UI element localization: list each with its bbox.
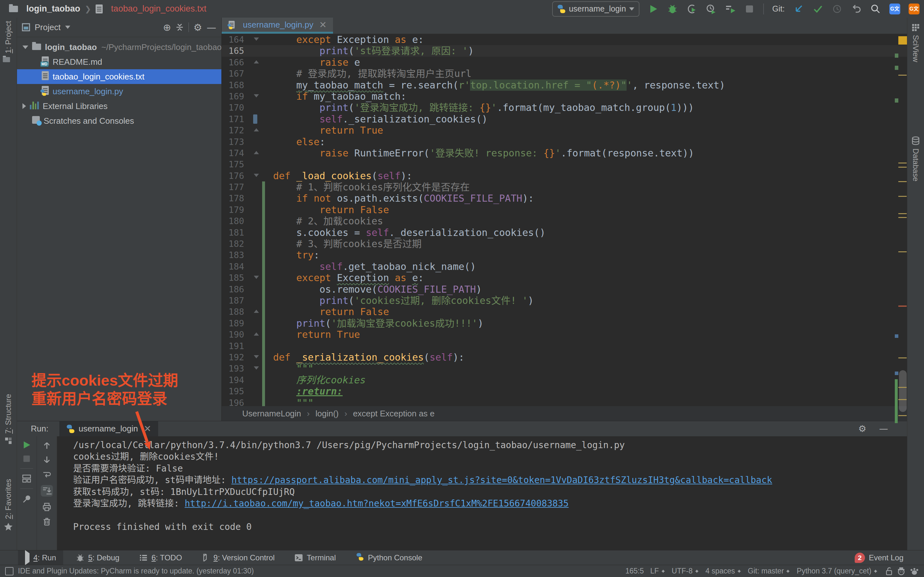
code-line[interactable]: 195 :return: xyxy=(222,386,907,397)
code-line[interactable]: 192 def _serialization_cookies(self): xyxy=(222,351,907,363)
rollback-button[interactable] xyxy=(851,3,862,15)
status-item-python-3-7-query-cet-[interactable]: Python 3.7 (query_cet) xyxy=(793,567,881,575)
code-line[interactable]: 174 raise RuntimeError('登录失败! response: … xyxy=(222,147,907,159)
settings-gear-icon[interactable]: ⚙ xyxy=(858,424,866,434)
line-number[interactable]: 196 xyxy=(222,397,244,406)
line-number[interactable]: 182 xyxy=(222,238,244,250)
run-with-options-button[interactable] xyxy=(725,3,736,15)
debug-button[interactable] xyxy=(667,3,678,15)
git-commit-button[interactable] xyxy=(813,3,823,15)
locate-file-icon[interactable]: ⊕ xyxy=(163,22,171,33)
code-line[interactable]: 183 try: xyxy=(222,250,907,261)
status-item-165-5[interactable]: 165:5 xyxy=(622,567,647,575)
code-line[interactable]: 173 else: xyxy=(222,136,907,147)
line-number[interactable]: 168 xyxy=(222,79,244,91)
code-line[interactable]: 180 # 2、加载cookies xyxy=(222,215,907,227)
code-line[interactable]: 186 os.remove(COOKIES_FILE_PATH) xyxy=(222,284,907,295)
line-number[interactable]: 174 xyxy=(222,147,244,159)
run-configuration-select[interactable]: username_login xyxy=(552,1,640,17)
line-number[interactable]: 166 xyxy=(222,57,244,68)
scroll-to-end-button[interactable] xyxy=(41,485,53,496)
line-number[interactable]: 171 xyxy=(222,113,244,125)
tree-item-readme-md[interactable]: MDREADME.md xyxy=(17,55,221,69)
unlock-icon[interactable] xyxy=(885,567,893,575)
line-number[interactable]: 194 xyxy=(222,374,244,386)
collapse-all-icon[interactable] xyxy=(176,23,184,31)
down-stack-trace-button[interactable] xyxy=(42,456,51,464)
paw-plugin-icon[interactable] xyxy=(910,567,919,575)
line-number[interactable]: 195 xyxy=(222,386,244,397)
coverage-button[interactable] xyxy=(686,3,697,15)
toolwindow-sciview-button[interactable]: SciView xyxy=(907,23,924,62)
line-number[interactable]: 170 xyxy=(222,102,244,113)
code-line[interactable]: 168 my_taobao_match = re.search(r'top.lo… xyxy=(222,79,907,91)
line-number[interactable]: 169 xyxy=(222,91,244,102)
error-stripe[interactable] xyxy=(889,18,907,406)
code-line[interactable]: 178 if not os.path.exists(COOKIES_FILE_P… xyxy=(222,193,907,204)
code-line[interactable]: 193 """ xyxy=(222,363,907,374)
line-number[interactable]: 183 xyxy=(222,250,244,261)
line-number[interactable]: 164 xyxy=(222,34,244,45)
file-breadcrumb[interactable]: taobao_login_cookies.txt xyxy=(111,4,206,14)
up-stack-trace-button[interactable] xyxy=(42,441,51,450)
toolwindow-button--debug[interactable]: 5: Debug xyxy=(69,550,126,565)
line-number[interactable]: 185 xyxy=(222,272,244,284)
code-line[interactable]: 187 print('cookies过期, 删除cookies文件! ') xyxy=(222,295,907,306)
toolwindow-database-button[interactable]: Database xyxy=(907,136,924,181)
code-line[interactable]: 169 if my_taobao_match: xyxy=(222,91,907,102)
toolwindow-project-button[interactable]: 1: Project xyxy=(0,21,17,63)
code-line[interactable]: 167 # 登录成功, 提取跳转淘宝用户主页url xyxy=(222,68,907,79)
code-line[interactable]: 170 print('登录淘宝成功, 跳转链接: {}'.format(my_t… xyxy=(222,102,907,113)
line-number[interactable]: 179 xyxy=(222,204,244,215)
stop-button[interactable] xyxy=(744,3,755,15)
chevron-down-icon[interactable] xyxy=(65,26,70,29)
line-number[interactable]: 187 xyxy=(222,295,244,306)
line-number[interactable]: 176 xyxy=(222,170,244,181)
code-line[interactable]: 181 s.cookies = self._deserialization_co… xyxy=(222,227,907,238)
line-number[interactable]: 192 xyxy=(222,351,244,363)
code-line[interactable]: 171 self._serialization_cookies() xyxy=(222,113,907,125)
line-number[interactable]: 188 xyxy=(222,306,244,318)
toolwindow-favorites-button[interactable]: 2: Favorites xyxy=(0,479,17,531)
code-line[interactable]: 165 print('st码登录请求, 原因: ') xyxy=(222,45,907,56)
status-item-git-master[interactable]: Git: master xyxy=(745,567,793,575)
toolwindow-button--version-control[interactable]: 9: Version Control xyxy=(195,550,282,565)
code-line[interactable]: 177 # 1、判断cookies序列化文件是否存在 xyxy=(222,181,907,193)
code-area[interactable]: 164 except Exception as e:165 print('st码… xyxy=(222,34,907,406)
code-line[interactable]: 164 except Exception as e: xyxy=(222,34,907,45)
breadcrumb-block[interactable]: except Exception as e xyxy=(353,409,435,419)
translate-plugin-alt-icon[interactable]: G文 xyxy=(909,3,919,15)
line-number[interactable]: 181 xyxy=(222,227,244,238)
gear-icon[interactable]: ⚙ xyxy=(194,22,202,33)
tree-toggle-icon[interactable] xyxy=(23,103,26,109)
status-message[interactable]: IDE and Plugin Updates: PyCharm is ready… xyxy=(5,567,254,575)
git-update-button[interactable] xyxy=(793,3,804,15)
tree-item-username-login-py[interactable]: username_login.py xyxy=(17,84,221,99)
project-panel-title[interactable]: Project xyxy=(35,23,61,32)
console-link[interactable]: http://i.taobao.com/my_taobao.htm?nekot=… xyxy=(184,498,569,509)
code-line[interactable]: 196 """ xyxy=(222,397,907,406)
history-button[interactable] xyxy=(832,3,843,15)
search-everywhere-button[interactable] xyxy=(870,3,881,15)
code-line[interactable]: 190 return True xyxy=(222,329,907,340)
restore-layout-button[interactable] xyxy=(22,474,31,483)
tree-toggle-icon[interactable] xyxy=(23,45,28,49)
code-line[interactable]: 194 序列化cookies xyxy=(222,374,907,386)
line-number[interactable]: 172 xyxy=(222,125,244,136)
toolwindow-button--todo[interactable]: 6: TODO xyxy=(132,550,189,565)
print-button[interactable] xyxy=(42,502,52,511)
hide-panel-icon[interactable]: — xyxy=(879,424,888,434)
profiler-button[interactable] xyxy=(706,3,716,15)
close-tab-icon[interactable]: ✕ xyxy=(319,19,326,30)
code-line[interactable]: 179 return False xyxy=(222,204,907,215)
code-line[interactable]: 175 xyxy=(222,159,907,170)
console-link[interactable]: https://passport.alibaba.com/mini_apply_… xyxy=(231,475,772,485)
code-line[interactable]: 176 def _load_cookies(self): xyxy=(222,170,907,181)
translate-plugin-icon[interactable]: G文 xyxy=(889,3,900,15)
stripe-mark-thumb[interactable] xyxy=(899,370,907,412)
code-line[interactable]: 188 return False xyxy=(222,306,907,318)
line-number[interactable]: 193 xyxy=(222,363,244,374)
line-number[interactable]: 167 xyxy=(222,68,244,79)
line-number[interactable]: 175 xyxy=(222,159,244,170)
breadcrumb-class[interactable]: UsernameLogin xyxy=(242,409,301,419)
